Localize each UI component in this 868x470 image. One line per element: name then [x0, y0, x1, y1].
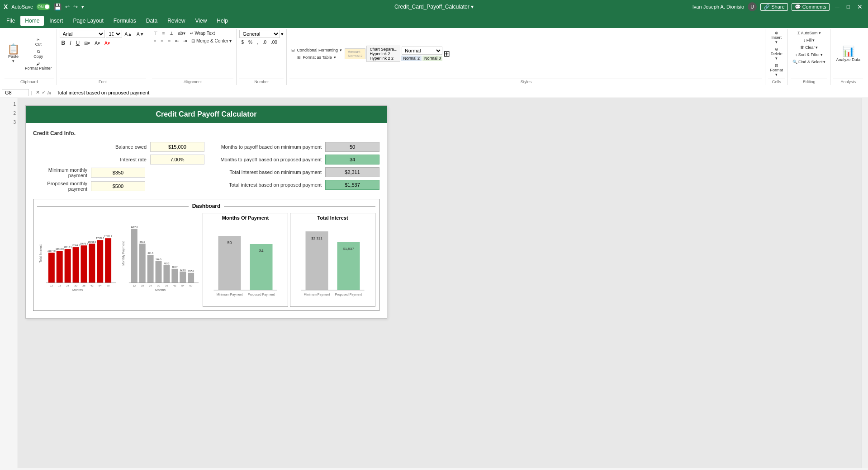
proposed-value[interactable]: $500 — [91, 181, 145, 191]
insert-icon: ⊕ — [775, 31, 778, 35]
align-right-btn[interactable]: ≡ — [166, 38, 172, 44]
number-format-select[interactable]: General — [239, 30, 280, 38]
minimum-value[interactable]: $350 — [91, 168, 145, 178]
merge-center-btn[interactable]: ⊟ Merge & Center ▾ — [190, 38, 233, 44]
insert-function-icon[interactable]: fx — [47, 90, 52, 95]
styles-scroll-down[interactable]: ⊞ — [443, 49, 450, 59]
svg-text:60: 60 — [190, 284, 193, 287]
autosave-on-label: ON — [38, 5, 44, 9]
menu-data[interactable]: Data — [142, 16, 162, 26]
format-painter-button[interactable]: 🖌 Format Painter — [23, 61, 54, 71]
italic-btn[interactable]: I — [68, 39, 73, 47]
styles-label: Styles — [289, 79, 762, 84]
style-select-input[interactable]: Normal — [402, 47, 442, 55]
format-icon: ⊟ — [775, 63, 778, 68]
copy-button[interactable]: ⧉ Copy — [23, 48, 54, 60]
menu-help[interactable]: Help — [212, 16, 232, 26]
confirm-formula-icon[interactable]: ✓ — [42, 89, 46, 95]
wrap-text-btn[interactable]: ↵ Wrap Text — [188, 30, 217, 37]
ribbon-analysis-group: 📊 Analyze Data Analysis — [830, 29, 866, 85]
filename-label: Credit_Card_Payoff_Calculator — [394, 4, 470, 10]
delete-btn[interactable]: ⊖ Delete ▾ — [769, 46, 784, 61]
menu-formulas[interactable]: Formulas — [109, 16, 141, 26]
align-middle-btn[interactable]: ≡ — [161, 30, 167, 37]
increase-decimal-btn[interactable]: .0 — [261, 39, 268, 46]
menu-view[interactable]: View — [191, 16, 212, 26]
cell-reference-input[interactable] — [2, 89, 29, 96]
svg-text:Total Interest: Total Interest — [39, 244, 42, 263]
align-top-btn[interactable]: ⊤ — [152, 30, 160, 37]
svg-text:12: 12 — [133, 284, 136, 287]
format-table-btn[interactable]: ⊞ Format as Table ▾ — [289, 54, 344, 61]
proposed-label: Proposed monthly payment — [33, 181, 87, 192]
style-chart-sep[interactable]: Chart Separa... Hyperlink 2 Hyperlink 2 … — [366, 46, 400, 62]
autosum-btn[interactable]: Σ AutoSum ▾ — [796, 30, 823, 36]
decrease-indent-btn[interactable]: ⇤ — [173, 38, 180, 44]
conditional-formatting-btn[interactable]: ⊟ Conditional Formatting ▾ — [289, 47, 344, 53]
share-btn[interactable]: 🔗 Share — [760, 3, 787, 11]
comments-btn[interactable]: 💬 Comments — [792, 3, 830, 11]
accounting-btn[interactable]: $ — [239, 39, 246, 46]
paste-button[interactable]: 📋 Paste ▾ — [5, 42, 22, 65]
fill-icon: ↓ — [803, 38, 806, 42]
fill-color-btn[interactable]: A▾ — [93, 40, 102, 47]
svg-text:36: 36 — [165, 284, 168, 287]
align-left-btn[interactable]: ≡ — [152, 38, 158, 44]
sort-btn[interactable]: ↕ Sort & Filter ▾ — [793, 52, 825, 58]
menu-page-layout[interactable]: Page Layout — [68, 16, 108, 26]
minimum-label: Minimum monthly payment — [33, 167, 87, 178]
cut-button[interactable]: ✂ Cut — [23, 37, 54, 47]
undo-icon[interactable]: ↩ — [65, 4, 70, 10]
font-size-select[interactable]: 10 — [106, 30, 122, 38]
menu-home[interactable]: Home — [20, 16, 44, 26]
align-bottom-btn[interactable]: ⊥ — [168, 30, 175, 37]
find-btn[interactable]: 🔍 Find & Select ▾ — [791, 59, 828, 65]
decrease-font-btn[interactable]: A▼ — [135, 31, 146, 38]
bar-12 — [48, 253, 55, 283]
svg-text:Proposed Payment: Proposed Payment — [248, 293, 275, 296]
font-name-select[interactable]: Arial — [60, 30, 105, 38]
clear-btn[interactable]: 🗑 Clear ▾ — [798, 44, 820, 51]
decrease-decimal-btn[interactable]: .00 — [269, 39, 279, 46]
interest-min-label: Total interest based on minimum payment — [208, 169, 322, 175]
redo-icon[interactable]: ↪ — [73, 4, 78, 10]
svg-text:Monthly Payment: Monthly Payment — [122, 241, 125, 266]
vertical-scrollbar[interactable] — [862, 98, 868, 468]
border-btn[interactable]: ⊞▾ — [82, 40, 92, 47]
underline-btn[interactable]: U — [74, 39, 82, 47]
calculator-container: Credit Card Payoff Calculator Credit Car… — [25, 105, 387, 319]
fill-btn[interactable]: ↓ Fill ▾ — [802, 37, 816, 43]
balance-label: Balance owed — [33, 144, 147, 150]
align-center-btn[interactable]: ≡ — [159, 38, 166, 44]
restore-btn[interactable]: □ — [845, 4, 852, 10]
interest-value[interactable]: 7.00% — [150, 155, 204, 164]
number-expand-icon[interactable]: ▾ — [281, 31, 284, 37]
comma-btn[interactable]: , — [255, 39, 260, 46]
cancel-formula-icon[interactable]: ✕ — [36, 89, 40, 95]
orientation-btn[interactable]: ab▾ — [176, 30, 187, 37]
menu-insert[interactable]: Insert — [45, 16, 67, 26]
svg-text:24: 24 — [149, 284, 152, 287]
increase-font-btn[interactable]: A▲ — [123, 31, 134, 38]
percent-btn[interactable]: % — [247, 39, 254, 46]
balance-value[interactable]: $15,000 — [150, 142, 204, 152]
row-numbers: 1 2 3 — [0, 98, 18, 468]
formula-input[interactable] — [55, 90, 866, 95]
minimize-btn[interactable]: ─ — [833, 3, 841, 10]
font-color-btn[interactable]: A▾ — [103, 40, 112, 47]
bar-36 — [81, 245, 87, 283]
insert-btn[interactable]: ⊕ Insert ▾ — [769, 30, 783, 45]
months-min-value: 50 — [325, 142, 379, 152]
bar-mp-42 — [171, 269, 178, 283]
save-icon[interactable]: 💾 — [54, 3, 62, 10]
customize-icon[interactable]: ▾ — [81, 4, 84, 10]
style-amount[interactable]: Amount Normal 2 — [345, 48, 365, 59]
analyze-data-btn[interactable]: 📊 Analyze Data — [833, 44, 863, 64]
bold-btn[interactable]: B — [60, 39, 67, 47]
autosave-toggle[interactable]: ON — [37, 4, 50, 10]
close-btn[interactable]: ✕ — [855, 3, 864, 10]
menu-review[interactable]: Review — [163, 16, 190, 26]
menu-file[interactable]: File — [2, 16, 19, 26]
format-btn[interactable]: ⊟ Format ▾ — [768, 62, 785, 78]
increase-indent-btn[interactable]: ⇥ — [181, 38, 189, 44]
